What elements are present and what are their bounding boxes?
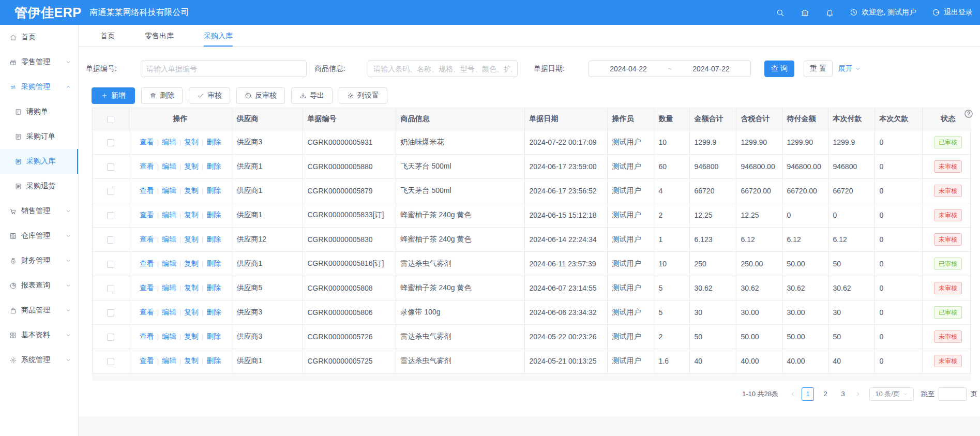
row-action-copy[interactable]: 复制 bbox=[184, 332, 199, 340]
row-checkbox[interactable] bbox=[107, 285, 114, 292]
page-number-1[interactable]: 1 bbox=[802, 387, 814, 401]
tab[interactable]: 采购入库 bbox=[204, 25, 233, 47]
row-checkbox[interactable] bbox=[107, 261, 114, 268]
row-action-copy[interactable]: 复制 bbox=[184, 356, 199, 365]
row-checkbox[interactable] bbox=[107, 236, 114, 244]
date-range-picker[interactable]: 2024-04-22 ~ 2024-07-22 bbox=[589, 61, 751, 77]
row-checkbox[interactable] bbox=[107, 212, 114, 219]
prev-page-icon[interactable] bbox=[790, 391, 796, 397]
row-action-view[interactable]: 查看 bbox=[140, 283, 154, 292]
row-action-copy[interactable]: 复制 bbox=[184, 138, 199, 146]
toolbar: 新增 删除 审核 反审核 导出 列设置 bbox=[92, 87, 980, 104]
row-action-view[interactable]: 查看 bbox=[140, 332, 154, 340]
row-action-delete[interactable]: 删除 bbox=[206, 259, 221, 267]
sidebar-item[interactable]: 系统管理 bbox=[0, 348, 78, 372]
cell-qty: 60 bbox=[654, 154, 689, 178]
row-action-delete[interactable]: 删除 bbox=[206, 162, 221, 170]
export-button[interactable]: 导出 bbox=[291, 87, 333, 104]
row-action-copy[interactable]: 复制 bbox=[184, 186, 199, 194]
row-action-view[interactable]: 查看 bbox=[140, 138, 154, 146]
sidebar-item[interactable]: 销售管理 bbox=[0, 199, 78, 223]
row-action-delete[interactable]: 删除 bbox=[206, 235, 221, 243]
row-action-view[interactable]: 查看 bbox=[140, 186, 154, 194]
row-action-copy[interactable]: 复制 bbox=[184, 283, 199, 292]
row-action-view[interactable]: 查看 bbox=[140, 308, 154, 316]
sidebar-item[interactable]: 仓库管理 bbox=[0, 223, 78, 248]
row-action-view[interactable]: 查看 bbox=[140, 235, 154, 243]
row-checkbox[interactable] bbox=[107, 334, 114, 341]
row-checkbox[interactable] bbox=[107, 163, 114, 171]
row-action-copy[interactable]: 复制 bbox=[184, 259, 199, 267]
search-icon[interactable] bbox=[776, 8, 785, 17]
row-checkbox[interactable] bbox=[107, 188, 114, 195]
jump-page-input[interactable] bbox=[939, 387, 967, 401]
next-page-icon[interactable] bbox=[855, 391, 861, 397]
unaudit-button[interactable]: 反审核 bbox=[236, 87, 285, 104]
doc-no-input[interactable] bbox=[141, 61, 307, 77]
row-action-delete[interactable]: 删除 bbox=[206, 186, 221, 194]
row-action-view[interactable]: 查看 bbox=[140, 162, 154, 170]
sidebar-item[interactable]: 采购退货 bbox=[0, 174, 78, 199]
row-action-edit[interactable]: 编辑 bbox=[162, 332, 176, 340]
reset-button[interactable]: 重 置 bbox=[804, 61, 833, 77]
page-number-3[interactable]: 3 bbox=[837, 387, 849, 401]
row-action-copy[interactable]: 复制 bbox=[184, 235, 199, 243]
welcome-user[interactable]: 欢迎您, 测试用户 bbox=[850, 8, 916, 17]
bank-icon[interactable] bbox=[801, 8, 809, 17]
row-checkbox[interactable] bbox=[107, 309, 114, 317]
row-action-delete[interactable]: 删除 bbox=[206, 356, 221, 365]
sidebar-item[interactable]: 首页 bbox=[0, 25, 78, 50]
row-action-edit[interactable]: 编辑 bbox=[162, 283, 176, 292]
audit-button[interactable]: 审核 bbox=[189, 87, 230, 104]
page-number-2[interactable]: 2 bbox=[819, 387, 832, 401]
sidebar-item[interactable]: 零售管理 bbox=[0, 50, 78, 74]
help-icon[interactable] bbox=[963, 109, 974, 119]
row-action-edit[interactable]: 编辑 bbox=[162, 211, 176, 219]
row-action-view[interactable]: 查看 bbox=[140, 259, 154, 267]
sidebar-item[interactable]: 商品管理 bbox=[0, 298, 78, 323]
row-action-edit[interactable]: 编辑 bbox=[162, 138, 176, 146]
horizontal-scrollbar[interactable] bbox=[92, 373, 971, 381]
pagination: 1-10 共28条 123 10 条/页 跳至 页 bbox=[79, 387, 977, 401]
page-size-select[interactable]: 10 条/页 bbox=[869, 387, 914, 401]
row-action-delete[interactable]: 删除 bbox=[206, 332, 221, 340]
add-button[interactable]: 新增 bbox=[92, 87, 135, 104]
bell-icon[interactable] bbox=[825, 8, 834, 17]
search-button[interactable]: 查 询 bbox=[764, 61, 794, 77]
cell-operator: 测试用户 bbox=[607, 324, 654, 349]
sidebar-item[interactable]: 请购单 bbox=[0, 99, 78, 124]
row-action-edit[interactable]: 编辑 bbox=[162, 186, 176, 194]
delete-button[interactable]: 删除 bbox=[141, 87, 183, 104]
expand-link[interactable]: 展开 bbox=[838, 64, 861, 73]
row-action-delete[interactable]: 删除 bbox=[206, 308, 221, 316]
sidebar-item[interactable]: 基本资料 bbox=[0, 323, 78, 348]
row-action-delete[interactable]: 删除 bbox=[206, 211, 221, 219]
row-action-view[interactable]: 查看 bbox=[140, 211, 154, 219]
sidebar-item[interactable]: 财务管理 bbox=[0, 248, 78, 273]
logout-button[interactable]: 退出登录 bbox=[932, 8, 973, 17]
row-action-edit[interactable]: 编辑 bbox=[162, 162, 176, 170]
sidebar-item[interactable]: 报表查询 bbox=[0, 273, 78, 298]
row-action-copy[interactable]: 复制 bbox=[184, 308, 199, 316]
row-action-delete[interactable]: 删除 bbox=[206, 283, 221, 292]
cell-amount: 40 bbox=[689, 349, 736, 373]
sidebar-item[interactable]: 采购管理 bbox=[0, 74, 78, 99]
cell-amount: 1299.9 bbox=[689, 130, 736, 154]
row-action-edit[interactable]: 编辑 bbox=[162, 308, 176, 316]
row-action-edit[interactable]: 编辑 bbox=[162, 235, 176, 243]
row-checkbox[interactable] bbox=[107, 139, 114, 146]
select-all-checkbox[interactable] bbox=[107, 116, 114, 123]
row-action-edit[interactable]: 编辑 bbox=[162, 356, 176, 365]
tab[interactable]: 首页 bbox=[100, 25, 115, 47]
row-action-edit[interactable]: 编辑 bbox=[162, 259, 176, 267]
row-checkbox[interactable] bbox=[107, 358, 114, 365]
column-settings-button[interactable]: 列设置 bbox=[339, 87, 387, 104]
row-action-copy[interactable]: 复制 bbox=[184, 162, 199, 170]
tab[interactable]: 零售出库 bbox=[145, 25, 174, 47]
sidebar-item[interactable]: 采购入库 bbox=[0, 149, 78, 174]
product-input[interactable] bbox=[368, 61, 518, 77]
row-action-copy[interactable]: 复制 bbox=[184, 211, 199, 219]
row-action-view[interactable]: 查看 bbox=[140, 356, 154, 365]
sidebar-item[interactable]: 采购订单 bbox=[0, 124, 78, 149]
row-action-delete[interactable]: 删除 bbox=[206, 138, 221, 146]
